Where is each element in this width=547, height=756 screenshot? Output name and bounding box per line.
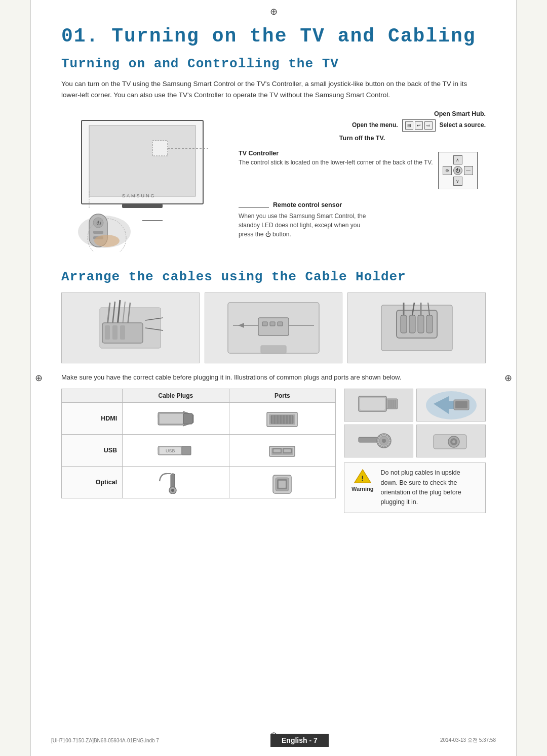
cable-images (61, 292, 486, 363)
svg-rect-90 (455, 401, 467, 408)
table-header-ports: Ports (229, 389, 335, 403)
svg-rect-1 (89, 125, 196, 196)
photo-hdmi-1-svg (356, 391, 402, 419)
section2-title: Arrange the cables using the Cable Holde… (61, 269, 486, 284)
cable-img-2-svg (223, 298, 324, 358)
optical-plug-img (153, 470, 199, 495)
warning-label: Warning (351, 486, 374, 492)
tv-diagram: SAMSUNG ⏻ (61, 110, 486, 254)
svg-rect-82 (360, 398, 385, 410)
ctrl-up: ∧ (453, 155, 462, 164)
cable-img-3 (347, 292, 486, 363)
ctrl-left: ⊕ (443, 166, 452, 175)
callout-area: Open Smart Hub. Open the menu. ⊞ ↩ ⇨ Sel… (223, 110, 486, 239)
ctrl-down: ∨ (453, 177, 462, 186)
hdmi-port-svg (262, 407, 302, 430)
sensor-sub1: When you use the Samsung Smart Control, … (239, 213, 366, 229)
cable-img-2 (205, 292, 343, 363)
svg-text:!: ! (361, 474, 364, 482)
table-header-row: Cable Plugs Ports (62, 389, 336, 403)
table-header-empty (62, 389, 123, 403)
hdmi-plug-img (153, 406, 199, 431)
photo-usb-2 (416, 425, 486, 457)
hdmi-plug-svg (155, 407, 196, 430)
warning-icon-area: ! Warning (351, 468, 374, 492)
sensor-header: Remote control sensor (239, 201, 486, 209)
tv-svg: SAMSUNG ⏻ (61, 110, 223, 252)
tv-controller-callout: TV Controller The control stick is locat… (239, 150, 486, 189)
page-footer: [UH7100-7150-ZA]BN68-05934A-01ENG.indb 7… (31, 734, 516, 747)
svg-rect-24 (112, 325, 118, 340)
usb-port-svg (262, 439, 302, 462)
turn-off-callout: Turn off the TV. (239, 135, 486, 142)
usb-port-img (259, 438, 305, 463)
table-row-optical: Optical (62, 467, 336, 498)
cable-section-container: Cable Plugs Ports HDMI (61, 389, 486, 513)
back-icon: ↩ (415, 121, 423, 130)
optical-plug-svg (155, 471, 196, 494)
photo-hdmi-1 (344, 389, 413, 422)
page-container: ⊕ ⊕ ⊕ ⊕ 01. Turning on the TV and Cablin… (30, 0, 517, 756)
tv-illustration: SAMSUNG ⏻ (61, 110, 223, 254)
menu-icon: ⊞ (405, 121, 413, 130)
cable-img-1-svg (95, 298, 166, 358)
usb-port-cell (229, 435, 335, 467)
cable-note: Make sure you have the correct cable bef… (61, 372, 486, 383)
table-row-usb: USB (62, 435, 336, 467)
controller-buttons-box: ⊞ ↩ ⇨ (402, 119, 436, 132)
usb-plug-img: USB (153, 438, 199, 463)
usb-plug-cell: USB (123, 435, 229, 467)
tv-ctrl-bot-row: ∨ (453, 177, 462, 186)
svg-rect-39 (401, 315, 407, 333)
remote-sensor-callout: Remote control sensor When you use the S… (239, 201, 486, 239)
photo-hdmi-2 (416, 389, 486, 422)
usb-plug-svg: USB (155, 439, 196, 462)
main-title: 01. Turning on the TV and Cabling (61, 25, 486, 47)
svg-point-12 (94, 235, 120, 247)
section2: Arrange the cables using the Cable Holde… (61, 269, 486, 513)
photo-usb-1 (344, 425, 413, 457)
svg-rect-50 (160, 414, 183, 424)
right-side-panel: ! Warning Do not plug cables in upside d… (344, 389, 486, 513)
svg-rect-80 (279, 481, 286, 488)
hdmi-port-img (259, 406, 305, 431)
svg-rect-40 (409, 315, 415, 333)
svg-rect-51 (183, 413, 192, 424)
svg-rect-3 (122, 204, 163, 208)
hdmi-label: HDMI (62, 403, 123, 435)
ctrl-power: ⏻ (453, 166, 462, 175)
controller-row: Open the menu. ⊞ ↩ ⇨ Select a source. (239, 119, 486, 132)
footer-date-info: 2014-03-13 오전 5:37:58 (440, 737, 496, 744)
cable-table-wrapper: Cable Plugs Ports HDMI (61, 389, 336, 498)
svg-rect-91 (359, 437, 379, 442)
tv-controller-sub: The control stick is located on the lowe… (239, 158, 433, 167)
svg-text:USB: USB (166, 448, 175, 453)
cable-table: Cable Plugs Ports HDMI (61, 389, 336, 498)
section1-body: You can turn on the TV using the Samsung… (61, 78, 486, 100)
optical-label: Optical (62, 467, 123, 498)
optical-port-img (259, 470, 305, 495)
photo-hdmi-2-svg (423, 389, 479, 422)
cable-img-1 (61, 292, 200, 363)
optical-plug-cell (123, 467, 229, 498)
photo-usb-1-svg (356, 427, 402, 455)
open-smart-hub-label: Open Smart Hub. (239, 110, 486, 117)
remote-sensor-label: Remote control sensor (273, 201, 342, 208)
svg-point-99 (452, 440, 455, 443)
warning-box: ! Warning Do not plug cables in upside d… (344, 463, 486, 513)
svg-rect-31 (262, 322, 267, 326)
svg-rect-83 (386, 399, 398, 409)
optical-port-cell (229, 467, 335, 498)
svg-rect-10 (93, 231, 103, 234)
cable-img-3-svg (371, 298, 462, 358)
optical-port-svg (262, 471, 302, 494)
tv-ctrl-mid-row: ⊕ ⏻ — (443, 166, 473, 175)
svg-rect-25 (120, 325, 125, 340)
svg-rect-71 (274, 449, 281, 452)
table-header-plugs: Cable Plugs (123, 389, 229, 403)
source-icon: ⇨ (424, 121, 433, 130)
footer-page-badge: English - 7 (270, 734, 329, 747)
sensor-sub3: button. (272, 231, 291, 238)
svg-text:⏻: ⏻ (96, 221, 101, 226)
svg-rect-4 (152, 141, 168, 156)
